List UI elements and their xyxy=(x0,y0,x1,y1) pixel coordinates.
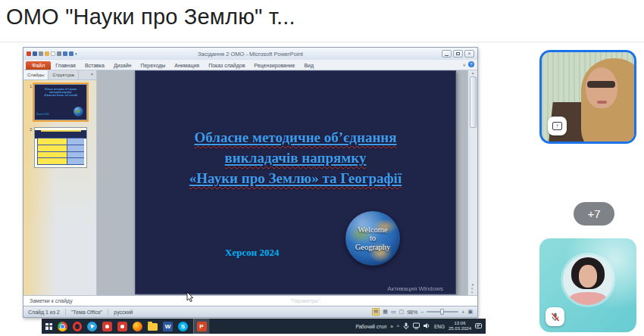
minimize-button[interactable] xyxy=(442,50,452,58)
restore-button[interactable] xyxy=(453,50,463,58)
zoom-out-icon[interactable]: − xyxy=(420,310,424,315)
save-icon[interactable] xyxy=(33,51,37,56)
file-explorer-icon[interactable] xyxy=(148,323,158,331)
undo-icon[interactable] xyxy=(63,51,67,56)
windows-taskbar[interactable]: W S P Рабочий стол » ^ ENG 13:06 25.03.2… xyxy=(42,319,486,334)
slide-thumbnail-2[interactable] xyxy=(34,127,87,168)
view-reading-icon[interactable]: ▭ xyxy=(391,309,396,315)
table-cell xyxy=(67,138,85,145)
open-icon[interactable] xyxy=(45,51,49,56)
qat-dropdown-icon[interactable]: ▾ xyxy=(75,51,77,56)
telegram-icon[interactable] xyxy=(87,322,97,331)
redo-icon[interactable] xyxy=(69,51,73,56)
slide-location-text[interactable]: Херсон 2024 xyxy=(225,247,279,259)
muted-badge xyxy=(546,307,564,326)
next-slide-icon[interactable]: » xyxy=(471,291,475,294)
slide-thumb-row-1[interactable]: 1 Обласне методичне об’єднання викладачі… xyxy=(30,84,93,120)
toolbar-expand-icon[interactable]: » xyxy=(390,324,393,329)
more-participants-badge[interactable]: +7 xyxy=(574,202,614,226)
tab-transitions[interactable]: Переходы xyxy=(136,61,170,70)
fit-to-window-icon[interactable]: ▣ xyxy=(467,309,473,315)
new-doc-icon[interactable] xyxy=(51,51,55,56)
powerpoint-window[interactable]: ▾ Засідання 2 ОМО - Microsoft PowerPoint… xyxy=(23,47,478,318)
scroll-down-icon[interactable]: ▼ xyxy=(471,283,474,287)
view-slideshow-icon[interactable]: ▢ xyxy=(399,309,405,315)
start-button[interactable] xyxy=(45,323,52,330)
tab-review[interactable]: Рецензирование xyxy=(249,61,299,70)
slide-thumb-row-2[interactable]: 2 xyxy=(30,127,93,168)
scroll-up-icon[interactable]: ▲ xyxy=(471,71,474,75)
scrollbar-thumb[interactable] xyxy=(470,76,477,128)
pane-close-icon[interactable]: × xyxy=(87,70,96,79)
zoom-slider-thumb[interactable] xyxy=(440,309,444,315)
meeting-header: ОМО "Науки про Землю" т... xyxy=(0,0,644,42)
tab-outline[interactable]: Структура xyxy=(48,70,78,79)
slide-editor[interactable]: Обласне методичне об’єднання викладачів … xyxy=(97,70,467,295)
camera-app-icon[interactable] xyxy=(117,322,127,331)
participant-video-active[interactable]: ↑ xyxy=(539,50,636,144)
language-indicator[interactable]: русский xyxy=(114,310,133,315)
powerpoint-taskbar-button[interactable]: P xyxy=(193,319,210,334)
presenting-badge: ↑ xyxy=(548,117,567,135)
previous-slide-icon[interactable]: « xyxy=(471,288,475,290)
volume-tray-icon[interactable] xyxy=(424,322,430,330)
slide-indicator: Слайд 1 из 2 xyxy=(28,310,60,315)
cut-icon[interactable] xyxy=(39,51,43,56)
chrome-icon[interactable] xyxy=(58,322,67,331)
tab-home[interactable]: Главная xyxy=(51,61,80,70)
print-icon[interactable] xyxy=(57,51,61,56)
current-slide[interactable]: Обласне методичне об’єднання викладачів … xyxy=(135,70,456,294)
ribbon-collapse-icon[interactable]: ∨ xyxy=(463,62,466,67)
slide-thumbnail-1[interactable]: Обласне методичне об’єднання викладачів … xyxy=(34,84,87,120)
language-indicator[interactable]: ENG xyxy=(434,324,445,329)
network-tray-icon[interactable] xyxy=(413,322,420,330)
table-cell xyxy=(38,138,66,145)
word-icon[interactable]: W xyxy=(163,322,173,331)
notes-placeholder: Заметки к слайду xyxy=(30,298,73,303)
tab-insert[interactable]: Вставка xyxy=(80,61,109,70)
participant-video-muted[interactable] xyxy=(539,238,636,332)
tab-view[interactable]: Вид xyxy=(299,61,318,70)
desktop-toolbar[interactable]: Рабочий стол xyxy=(355,324,386,329)
pane-tabs[interactable]: Слайды Структура × xyxy=(23,70,96,80)
taskbar-clock[interactable]: 13:06 25.03.2024 xyxy=(449,321,471,331)
view-normal-icon[interactable]: ▤ xyxy=(372,308,380,316)
system-tray[interactable]: Рабочий стол » ^ ENG 13:06 25.03.2024 xyxy=(355,321,482,331)
zoom-slider[interactable] xyxy=(427,311,458,313)
meeting-title: ОМО "Науки про Землю" т... xyxy=(6,5,644,30)
tab-file[interactable]: Файл xyxy=(26,61,51,70)
ppt-titlebar[interactable]: ▾ Засідання 2 ОМО - Microsoft PowerPoint… xyxy=(23,48,477,60)
globe-image[interactable]: Welcome to Geography xyxy=(345,211,400,266)
tab-design[interactable]: Дизайн xyxy=(109,61,136,70)
firefox-icon[interactable] xyxy=(133,322,142,331)
opera-icon[interactable] xyxy=(73,322,82,331)
view-sorter-icon[interactable]: ▦ xyxy=(383,309,388,315)
table-cell xyxy=(67,152,85,158)
zoom-in-icon[interactable]: + xyxy=(461,310,464,315)
tab-animations[interactable]: Анимация xyxy=(170,61,204,70)
microphone-tray-icon[interactable] xyxy=(403,322,409,331)
tab-slides[interactable]: Слайды xyxy=(23,70,48,79)
recorder-icon[interactable] xyxy=(102,322,112,331)
skype-icon[interactable]: S xyxy=(178,322,188,331)
close-button[interactable]: × xyxy=(464,50,474,58)
avatar-face xyxy=(579,265,597,288)
help-icon[interactable]: ? xyxy=(468,61,474,67)
tab-slideshow[interactable]: Показ слайдов xyxy=(204,61,249,70)
hidden-icons-caret[interactable]: ^ xyxy=(397,324,399,329)
action-center-icon[interactable] xyxy=(475,322,482,330)
ribbon-tab-bar[interactable]: Файл Главная Вставка Дизайн Переходы Ани… xyxy=(23,60,477,70)
slide-number: 2 xyxy=(30,127,32,168)
quick-access-toolbar[interactable]: ▾ xyxy=(27,51,77,56)
slide-title[interactable]: Обласне методичне об’єднання викладачів … xyxy=(136,127,455,188)
theme-indicator: "Тема Office" xyxy=(71,310,103,315)
tray-time: 13:06 xyxy=(454,321,465,325)
watermark-ghost-text: "Параметры". xyxy=(290,298,321,303)
window-controls[interactable]: × xyxy=(442,50,474,58)
present-screen-icon: ↑ xyxy=(552,122,562,130)
table-cell xyxy=(38,145,66,151)
notes-panel[interactable]: Заметки к слайду "Параметры". xyxy=(23,295,477,306)
mouse-cursor xyxy=(186,292,194,306)
vertical-scrollbar[interactable]: ▲ ▼ « » xyxy=(467,70,477,295)
slides-pane[interactable]: Слайды Структура × 1 Обласне методичне о… xyxy=(23,70,97,295)
